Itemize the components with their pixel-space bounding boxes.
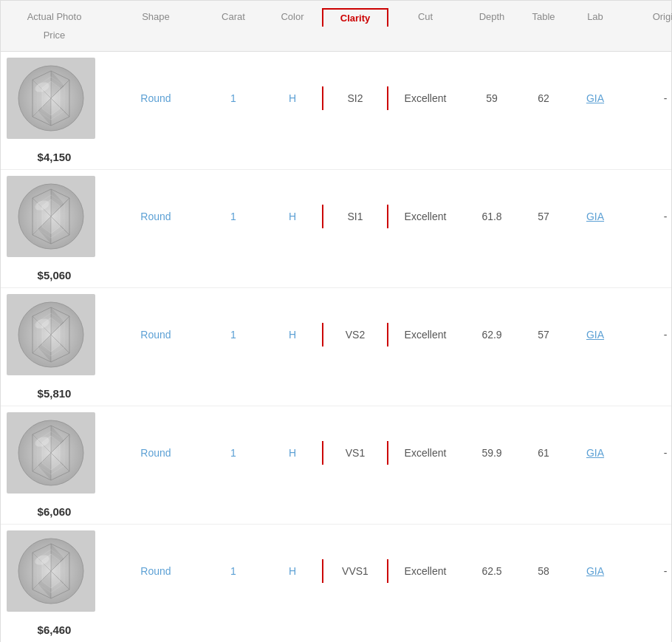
cell-shape: Round — [108, 559, 204, 583]
cell-photo[interactable] — [1, 525, 108, 618]
cell-depth: 62.5 — [462, 559, 521, 583]
cell-color: H — [263, 205, 322, 228]
cell-color: H — [263, 86, 322, 110]
cell-price: $5,810 — [1, 381, 108, 406]
cell-photo[interactable] — [1, 406, 108, 499]
cell-price: $5,060 — [1, 263, 108, 287]
cell-carat: 1 — [204, 205, 263, 228]
cell-cut: Excellent — [388, 559, 462, 583]
cell-origin: - — [625, 323, 672, 346]
header-carat: Carat — [204, 8, 263, 27]
cell-clarity: VVS1 — [322, 559, 388, 583]
diamond-image — [7, 530, 95, 612]
cell-lab[interactable]: GIA — [566, 323, 625, 346]
cell-shape: Round — [108, 323, 204, 346]
cell-color: H — [263, 441, 322, 465]
header-cut: Cut — [388, 8, 462, 27]
cell-carat: 1 — [204, 86, 263, 110]
cell-price: $6,060 — [1, 499, 108, 524]
cell-table: 61 — [521, 441, 566, 465]
cell-cut: Excellent — [388, 205, 462, 228]
cell-origin: - — [625, 205, 672, 228]
cell-cut: Excellent — [388, 441, 462, 465]
cell-cut: Excellent — [388, 86, 462, 110]
cell-carat: 1 — [204, 323, 263, 346]
cell-clarity: SI2 — [322, 86, 388, 110]
diamond-image — [7, 294, 95, 375]
cell-photo[interactable] — [1, 288, 108, 381]
cell-price: $6,460 — [1, 618, 108, 642]
header-shape: Shape — [108, 8, 204, 27]
cell-table: 57 — [521, 323, 566, 346]
cell-table: 58 — [521, 559, 566, 583]
cell-carat: 1 — [204, 441, 263, 465]
cell-lab[interactable]: GIA — [566, 86, 625, 110]
cell-shape: Round — [108, 441, 204, 465]
header-lab: Lab — [566, 8, 625, 27]
table-row: Round 1 H VS2 Excellent 62.9 57 GIA - $5… — [1, 288, 671, 406]
cell-color: H — [263, 323, 322, 346]
header-photo: Actual Photo — [1, 8, 108, 27]
table-row: Round 1 H VS1 Excellent 59.9 61 GIA - $6… — [1, 406, 671, 525]
diamond-image — [7, 412, 95, 494]
cell-depth: 62.9 — [462, 323, 521, 346]
table-body: Round 1 H SI2 Excellent 59 62 GIA - $4,1… — [1, 52, 671, 642]
cell-photo[interactable] — [1, 170, 108, 263]
cell-clarity: VS2 — [322, 323, 388, 346]
cell-clarity: SI1 — [322, 205, 388, 228]
diamond-image — [7, 176, 95, 257]
cell-depth: 59.9 — [462, 441, 521, 465]
cell-color: H — [263, 559, 322, 583]
cell-cut: Excellent — [388, 323, 462, 346]
table-row: Round 1 H SI2 Excellent 59 62 GIA - $4,1… — [1, 52, 671, 170]
table-header: Actual Photo Shape Carat Color Clarity C… — [1, 1, 671, 52]
cell-clarity: VS1 — [322, 441, 388, 465]
table-row: Round 1 H SI1 Excellent 61.8 57 GIA - $5… — [1, 170, 671, 288]
cell-origin: - — [625, 86, 672, 110]
header-table: Table — [521, 8, 566, 27]
diamond-table: Actual Photo Shape Carat Color Clarity C… — [0, 0, 672, 642]
header-price: Price — [1, 27, 108, 44]
cell-depth: 59 — [462, 86, 521, 110]
cell-shape: Round — [108, 86, 204, 110]
cell-origin: - — [625, 441, 672, 465]
cell-table: 57 — [521, 205, 566, 228]
cell-lab[interactable]: GIA — [566, 441, 625, 465]
cell-shape: Round — [108, 205, 204, 228]
header-origin: Origin — [625, 8, 672, 27]
cell-lab[interactable]: GIA — [566, 559, 625, 583]
cell-origin: - — [625, 559, 672, 583]
table-row: Round 1 H VVS1 Excellent 62.5 58 GIA - $… — [1, 525, 671, 642]
header-color: Color — [263, 8, 322, 27]
cell-table: 62 — [521, 86, 566, 110]
cell-carat: 1 — [204, 559, 263, 583]
diamond-image — [7, 58, 95, 139]
header-depth: Depth — [462, 8, 521, 27]
cell-photo[interactable] — [1, 52, 108, 145]
cell-depth: 61.8 — [462, 205, 521, 228]
cell-lab[interactable]: GIA — [566, 205, 625, 228]
header-clarity: Clarity — [322, 8, 388, 27]
cell-price: $4,150 — [1, 145, 108, 169]
